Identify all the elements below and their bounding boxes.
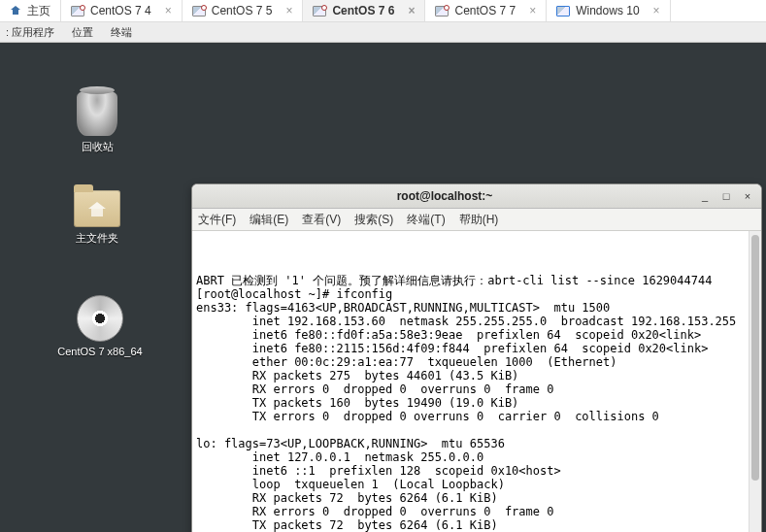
- icon-label: 主文件夹: [58, 231, 136, 246]
- tab-home[interactable]: 主页: [0, 0, 61, 21]
- maximize-button[interactable]: □: [718, 188, 734, 204]
- close-icon[interactable]: ×: [165, 4, 172, 17]
- tab-home-label: 主页: [27, 3, 50, 19]
- close-icon[interactable]: ×: [408, 4, 415, 17]
- trash-icon: [77, 91, 117, 136]
- tab-label: CentOS 7 6: [332, 4, 394, 17]
- menu-file[interactable]: 文件(F): [198, 212, 236, 228]
- terminal-titlebar[interactable]: root@localhost:~ _ □ ×: [192, 184, 761, 209]
- tab-centos-7-6[interactable]: CentOS 7 6 ×: [303, 0, 425, 21]
- tab-label: Windows 10: [576, 4, 639, 17]
- home-glyph: [88, 202, 106, 216]
- vm-icon: [435, 6, 449, 17]
- panel-applications[interactable]: : 应用程序: [6, 25, 54, 40]
- tab-centos-7-7[interactable]: CentOS 7 7 ×: [425, 0, 547, 21]
- close-button[interactable]: ×: [740, 188, 755, 204]
- vm-icon: [71, 6, 84, 17]
- vm-desktop[interactable]: 回收站 主文件夹 CentOS 7 x86_64 root@localhost:…: [0, 43, 766, 532]
- terminal-window: root@localhost:~ _ □ × 文件(F) 编辑(E) 查看(V)…: [191, 183, 762, 532]
- terminal-output: ABRT 已检测到 '1' 个问题。预了解详细信息请执行：abrt-cli li…: [196, 274, 757, 532]
- menu-search[interactable]: 搜索(S): [354, 212, 393, 228]
- menu-help[interactable]: 帮助(H): [459, 212, 499, 228]
- vm-icon: [556, 6, 570, 17]
- panel-places[interactable]: 位置: [72, 25, 93, 40]
- menu-view[interactable]: 查看(V): [302, 212, 341, 228]
- desktop-icon-trash[interactable]: 回收站: [58, 91, 136, 154]
- terminal-menubar: 文件(F) 编辑(E) 查看(V) 搜索(S) 终端(T) 帮助(H): [192, 209, 761, 231]
- tab-windows-10[interactable]: Windows 10 ×: [547, 0, 670, 21]
- icon-label: 回收站: [58, 140, 136, 154]
- tab-centos-7-5[interactable]: CentOS 7 5 ×: [183, 0, 304, 21]
- desktop-icon-install-disc[interactable]: CentOS 7 x86_64: [56, 295, 144, 357]
- vm-icon: [313, 6, 326, 17]
- vm-icon: [192, 6, 206, 17]
- desktop-icon-home-folder[interactable]: 主文件夹: [58, 190, 136, 246]
- panel-terminal[interactable]: 终端: [111, 25, 132, 40]
- menu-edit[interactable]: 编辑(E): [250, 212, 288, 228]
- folder-icon: [74, 190, 120, 227]
- scrollbar-thumb[interactable]: [751, 235, 759, 481]
- tab-label: CentOS 7 5: [212, 4, 273, 17]
- minimize-button[interactable]: _: [697, 188, 713, 204]
- scrollbar[interactable]: [749, 231, 761, 532]
- menu-terminal[interactable]: 终端(T): [407, 212, 445, 228]
- tab-centos-7-4[interactable]: CentOS 7 4 ×: [61, 0, 183, 21]
- home-icon: [10, 6, 21, 16]
- close-icon[interactable]: ×: [285, 4, 292, 17]
- tab-label: CentOS 7 4: [90, 4, 151, 17]
- tab-label: CentOS 7 7: [454, 4, 516, 17]
- disc-icon: [77, 295, 123, 342]
- terminal-title: root@localhost:~: [198, 189, 691, 203]
- host-tabbar: 主页 CentOS 7 4 × CentOS 7 5 × CentOS 7 6 …: [0, 0, 766, 22]
- vm-gnome-panel: : 应用程序 位置 终端: [0, 22, 766, 43]
- terminal-body[interactable]: ABRT 已检测到 '1' 个问题。预了解详细信息请执行：abrt-cli li…: [192, 231, 761, 532]
- close-icon[interactable]: ×: [529, 4, 536, 17]
- close-icon[interactable]: ×: [653, 4, 660, 17]
- icon-label: CentOS 7 x86_64: [56, 346, 144, 357]
